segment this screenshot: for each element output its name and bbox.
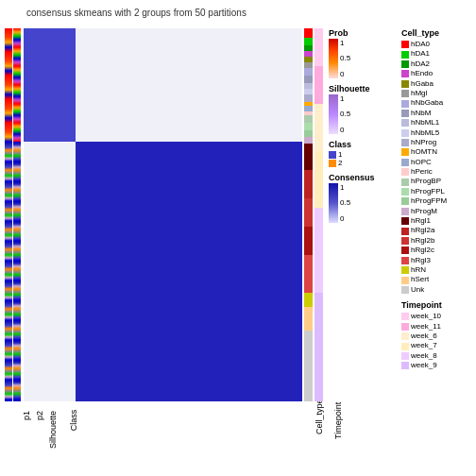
celltype-legend-item-hProgFPL: hProgFPL [401, 187, 472, 196]
page-title: consensus skmeans with 2 groups from 50 … [26, 8, 246, 18]
celltype-legend-item-hProgM: hProgM [401, 207, 472, 216]
celltype-legend-item-hRgl1: hRgl1 [401, 216, 472, 226]
timepoint-legend-item-week7: week_7 [401, 341, 472, 350]
celltype-legend-item-hDA1: hDA1 [401, 49, 472, 59]
timepoint-legend-item-week10: week_10 [401, 312, 472, 321]
celltype-legend-item-hOPC: hOPC [401, 158, 472, 167]
celltype-legend-item-hDA2: hDA2 [401, 60, 472, 69]
p2-bar-bottom [13, 142, 21, 401]
timepoint-legend-item-week6: week_6 [401, 332, 472, 341]
col-label-p1: p1 [22, 411, 31, 420]
celltype-legend-item-hSert: hSert [401, 275, 472, 284]
col-label-silhouette: Silhouette [48, 411, 58, 449]
celltype-legend-item-hDA0: hDA0 [401, 40, 472, 49]
col-label-class: Class [69, 410, 78, 432]
heatmap-block-bottom-right [76, 142, 302, 401]
col-label-p2: p2 [35, 411, 44, 420]
celltype-legend-item-hMgl: hMgl [401, 89, 472, 98]
celltype-legend-item-hNbGaba: hNbGaba [401, 98, 472, 108]
timepoint-legend-item-week9: week_9 [401, 361, 472, 370]
p1-bar [5, 28, 12, 142]
p1-bar-bottom [5, 142, 12, 401]
celltype-legend-item-hGaba: hGaba [401, 79, 472, 89]
celltype-legend-item-hRN: hRN [401, 265, 472, 275]
celltype-legend-item-hRgl3: hRgl3 [401, 256, 472, 265]
celltype-legend-item-hNbML1: hNbML1 [401, 118, 472, 128]
celltype-legend-item-Unk: Unk [401, 285, 472, 295]
col-label-timepoint: Timepoint [333, 402, 343, 439]
celltype-legend-item-hNbML5: hNbML5 [401, 128, 472, 138]
celltype-legend-item-hRgl2c: hRgl2c [401, 246, 472, 255]
p2-bar [13, 28, 21, 142]
heatmap-container [24, 28, 302, 401]
celltype-legend: Cell_type hDA0 hDA1 hDA2 hEndo hGaba hMg… [401, 28, 472, 371]
heatmap-block-top-right [76, 28, 302, 142]
celltype-legend-item-hProgBP: hProgBP [401, 177, 472, 186]
celltype-legend-item-hOMTN: hOMTN [401, 147, 472, 157]
celltype-colorbar [304, 28, 313, 401]
celltype-legend-item-hNProg: hNProg [401, 138, 472, 147]
timepoint-colorbar [314, 28, 323, 401]
celltype-legend-title: Cell_type [401, 28, 472, 38]
timepoint-legend-title: Timepoint [401, 300, 472, 310]
celltype-legend-item-hNbM: hNbM [401, 109, 472, 118]
col-label-celltype: Cell_type [314, 399, 324, 434]
celltype-legend-item-hPeric: hPeric [401, 167, 472, 177]
celltype-legend-item-hProgFPM: hProgFPM [401, 196, 472, 206]
timepoint-legend-item-week8: week_8 [401, 351, 472, 361]
heatmap-block-bottom-left [24, 142, 76, 401]
heatmap-block-top-left [24, 28, 76, 142]
timepoint-legend-item-week11: week_11 [401, 322, 472, 332]
celltype-legend-item-hEndo: hEndo [401, 69, 472, 78]
celltype-legend-item-hRgl2a: hRgl2a [401, 226, 472, 235]
celltype-legend-item-hRgl2b: hRgl2b [401, 236, 472, 246]
